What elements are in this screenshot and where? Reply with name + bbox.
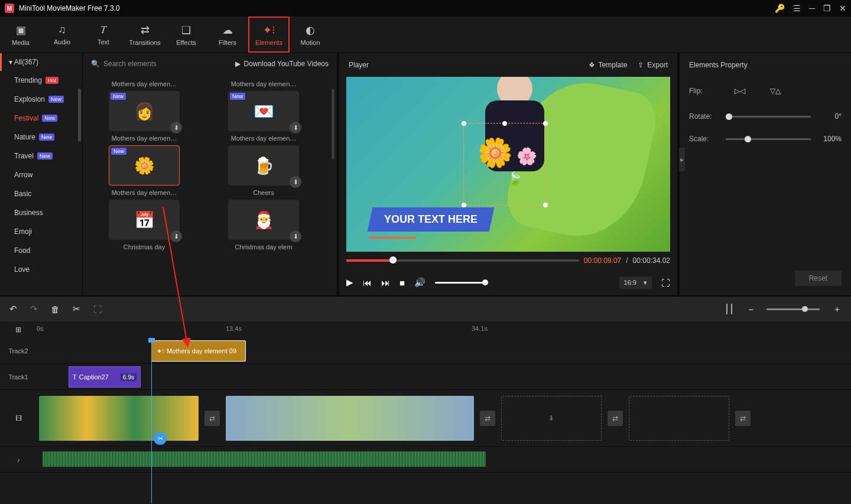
audio-clip[interactable]	[43, 451, 486, 467]
aspect-ratio-select[interactable]: 16:9▾	[619, 277, 652, 289]
element-thumb[interactable]: 👩New⬇	[109, 91, 180, 131]
tab-audio[interactable]: ♫Audio	[41, 17, 83, 53]
scale-slider[interactable]	[726, 138, 811, 140]
sidebar-item-basic[interactable]: Basic	[0, 184, 82, 203]
empty-clip-slot[interactable]	[629, 396, 729, 441]
element-thumb[interactable]: 🍺⬇	[228, 145, 299, 186]
sidebar-item-festival[interactable]: FestivalNew	[0, 109, 82, 128]
track-body[interactable]	[37, 447, 851, 472]
export-button[interactable]: ⇪Export	[638, 61, 668, 69]
tab-media[interactable]: ▣Media	[0, 17, 41, 53]
snap-icon[interactable]: ⎢⎢	[726, 304, 735, 314]
element-cell[interactable]: 👩New⬇Mothers day elemen…	[93, 91, 195, 142]
reset-button[interactable]: Reset	[795, 271, 842, 286]
add-track-button[interactable]: ⊞	[0, 321, 37, 338]
minimize-icon[interactable]: ─	[809, 4, 815, 13]
sidebar-item-nature[interactable]: NatureNew	[0, 128, 82, 147]
element-thumb[interactable]: 📅⬇	[109, 200, 180, 240]
download-youtube-link[interactable]: ▶Download YouTube Videos	[235, 60, 329, 68]
selection-box[interactable]	[463, 123, 546, 206]
download-icon[interactable]: ⬇	[170, 122, 182, 134]
transition-slot[interactable]: ⇄	[204, 411, 220, 426]
scrub-bar[interactable]	[346, 259, 579, 262]
zoom-in-button[interactable]: ＋	[833, 304, 842, 315]
search-input[interactable]: 🔍Search elements	[91, 60, 229, 68]
play-button[interactable]: ▶	[346, 277, 353, 288]
tab-elements[interactable]: ✦⁝Elements	[248, 17, 290, 53]
rotate-slider[interactable]	[726, 116, 811, 118]
empty-clip-slot[interactable]: ⬇	[501, 396, 602, 441]
sidebar-item-arrow[interactable]: Arrow	[0, 165, 82, 184]
element-cell[interactable]: Mothers day elemen…	[93, 77, 195, 87]
element-cell[interactable]: 🌼NewMothers day elemen…	[93, 145, 195, 196]
element-cell[interactable]: 🍺⬇Cheers	[213, 145, 314, 196]
panel-collapse-button[interactable]: ▸	[679, 148, 685, 171]
resize-handle[interactable]	[543, 203, 548, 207]
tab-text[interactable]: 𝑇Text	[83, 17, 124, 53]
scrub-knob[interactable]	[389, 256, 397, 264]
close-icon[interactable]: ✕	[839, 4, 846, 13]
transition-slot[interactable]: ⇄	[735, 411, 751, 426]
element-clip[interactable]: ✦⁝Mothers day element 09	[151, 340, 246, 362]
element-cell[interactable]: 📅⬇Christmas day	[93, 200, 195, 251]
preview-canvas[interactable]: 🌼 🌸 🍃 YOUR TEXT HERE	[346, 77, 670, 252]
sidebar-item-travel[interactable]: TravelNew	[0, 147, 82, 165]
undo-button[interactable]: ↶	[9, 304, 17, 314]
tab-effects[interactable]: ❏Effects	[165, 17, 207, 53]
track-body[interactable]: ✦⁝Mothers day element 09	[37, 338, 851, 363]
flip-horizontal-button[interactable]: ▷◁	[733, 84, 747, 98]
tab-filters[interactable]: ☁Filters	[207, 17, 248, 53]
sidebar-item-explosion[interactable]: ExplosionNew	[0, 90, 82, 109]
hamburger-menu-icon[interactable]: ☰	[793, 4, 801, 13]
vip-key-icon[interactable]: 🔑	[775, 4, 785, 13]
maximize-icon[interactable]: ❐	[823, 4, 831, 13]
resize-handle[interactable]	[462, 121, 466, 126]
timeline-ruler[interactable]: ⊞ 0s 13.4s 34.1s	[0, 321, 851, 338]
resize-handle[interactable]	[462, 203, 466, 207]
download-icon[interactable]: ⬇	[170, 230, 182, 242]
sidebar-item-love[interactable]: Love	[0, 260, 82, 279]
tab-motion[interactable]: ◐Motion	[290, 17, 331, 53]
tab-transitions[interactable]: ⇄Transitions	[124, 17, 165, 53]
download-icon[interactable]: ⬇	[290, 176, 301, 188]
video-clip[interactable]	[226, 396, 474, 441]
element-thumb[interactable]: 🌼New	[109, 145, 180, 186]
element-thumb[interactable]: 🎅⬇	[228, 200, 299, 240]
element-cell[interactable]: Mothers day elemen…	[213, 77, 314, 87]
track-body[interactable]: ⇄ ⇄ ⬇ ⇄ ⇄ ✂	[37, 390, 851, 446]
sidebar-item-trending[interactable]: TrendingHot	[0, 71, 82, 90]
delete-button[interactable]: 🗑	[51, 304, 60, 314]
resize-handle[interactable]	[502, 121, 507, 126]
video-clip[interactable]	[39, 396, 199, 441]
template-button[interactable]: ❖Template	[589, 61, 628, 69]
volume-slider[interactable]	[435, 282, 488, 284]
resize-handle[interactable]	[543, 121, 548, 126]
playhead[interactable]	[151, 338, 152, 503]
track-body[interactable]: TCaption276.9s	[37, 364, 851, 389]
caption-clip[interactable]: TCaption276.9s	[69, 366, 141, 388]
sidebar-item-business[interactable]: Business	[0, 203, 82, 222]
flip-vertical-button[interactable]: ▽△	[768, 84, 782, 98]
download-icon[interactable]: ⬇	[290, 230, 301, 242]
transition-slot[interactable]: ⇄	[608, 411, 623, 426]
transition-slot[interactable]: ⇄	[480, 411, 495, 426]
next-frame-button[interactable]: ⏭	[381, 278, 390, 288]
download-icon[interactable]: ⬇	[290, 122, 301, 134]
grid-scrollbar[interactable]	[332, 89, 334, 160]
sidebar-item-food[interactable]: Food	[0, 241, 82, 260]
sidebar-item-emoji[interactable]: Emoji	[0, 222, 82, 241]
crop-button[interactable]: ⛶	[93, 304, 102, 314]
element-cell[interactable]: 💌New⬇Mothers day elemen…	[213, 91, 314, 142]
redo-button[interactable]: ↷	[30, 304, 38, 314]
text-overlay[interactable]: YOUR TEXT HERE	[368, 207, 495, 232]
sidebar-scrollbar[interactable]	[78, 89, 81, 142]
element-thumb[interactable]: 💌New⬇	[228, 91, 299, 131]
sidebar-all[interactable]: ▾ All(367)	[0, 53, 82, 71]
volume-icon[interactable]: 🔊	[414, 277, 426, 288]
fullscreen-button[interactable]: ⛶	[661, 278, 670, 288]
element-cell[interactable]: 🎅⬇Christmas day elem	[213, 200, 314, 251]
zoom-out-button[interactable]: −	[748, 304, 753, 314]
zoom-slider[interactable]	[766, 308, 820, 310]
split-button[interactable]: ✂	[73, 304, 80, 314]
prev-frame-button[interactable]: ⏮	[363, 278, 372, 288]
